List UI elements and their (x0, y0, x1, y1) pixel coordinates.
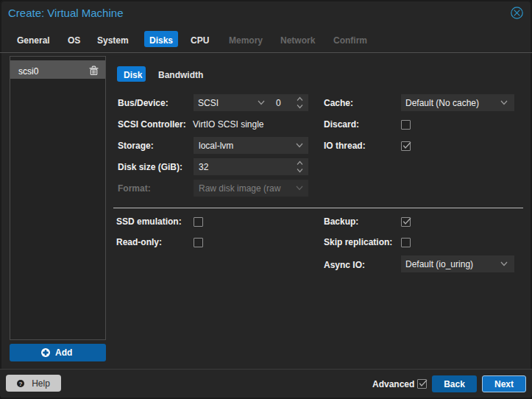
svg-text:?: ? (19, 380, 23, 386)
